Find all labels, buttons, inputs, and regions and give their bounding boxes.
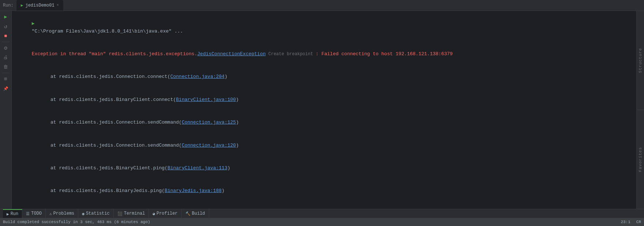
tab-title: jedisDemo01: [25, 3, 54, 8]
terminal-tab-label: Terminal: [124, 211, 145, 216]
command-line: ▶ "C:\Program Files\Java\jdk1.8.0_141\bi…: [15, 12, 633, 43]
favorites-label: Favorites: [638, 147, 643, 172]
tab-close-button[interactable]: ×: [57, 3, 59, 7]
encoding: CR: [636, 220, 641, 224]
build-tab[interactable]: 🔨 Build: [182, 209, 209, 218]
stack-line-1: at redis.clients.jedis.Connection.connec…: [15, 66, 633, 88]
stack-line-5: at redis.clients.jedis.BinaryClient.ping…: [15, 157, 633, 180]
run-tab-label: Run: [11, 211, 19, 216]
tab-icon: ▶: [21, 3, 23, 8]
create-breakpoint-1[interactable]: Create breakpoint: [266, 52, 316, 57]
status-bar: Build completed successfully in 3 sec, 4…: [0, 218, 644, 226]
structure-panel: Structure: [637, 11, 644, 110]
structure-label: Structure: [638, 48, 643, 73]
stop-button[interactable]: ■: [1, 31, 10, 40]
stack-line-3: at redis.clients.jedis.Connection.sendCo…: [15, 111, 633, 134]
exception-line: Exception in thread "main" redis.clients…: [15, 43, 633, 65]
binaryclient-java-113[interactable]: BinaryClient.java:113: [167, 165, 227, 171]
toolbar-separator-1: [2, 42, 10, 42]
run-button[interactable]: ▶: [1, 12, 10, 21]
cursor-position: 23:1: [621, 220, 630, 224]
rerun-button[interactable]: ↺: [1, 22, 10, 31]
run-bottom-tab[interactable]: ▶ Run: [3, 209, 22, 218]
todo-tab[interactable]: ☰ TODO: [22, 209, 46, 218]
run-tab[interactable]: ▶ jedisDemo01 ×: [16, 0, 63, 11]
problems-tab-label: Problems: [53, 211, 75, 216]
settings-button[interactable]: ⚙: [1, 44, 10, 52]
build-icon: 🔨: [185, 211, 191, 216]
clear-button[interactable]: 🗑: [1, 63, 10, 71]
tab-bar: Run: ▶ jedisDemo01 ×: [0, 0, 644, 11]
stack-line-6: at redis.clients.jedis.BinaryJedis.ping(…: [15, 180, 633, 203]
problems-tab[interactable]: ⚠ Problems: [46, 209, 78, 218]
todo-tab-icon: ☰: [26, 211, 30, 216]
connection-java-125[interactable]: Connection.java:125: [182, 120, 236, 125]
connection-java-120[interactable]: Connection.java:120: [182, 143, 236, 148]
layout-button[interactable]: ⊞: [1, 75, 10, 83]
console-output[interactable]: ▶ "C:\Program Files\Java\jdk1.8.0_141\bi…: [12, 11, 636, 209]
binaryclient-java-100[interactable]: BinaryClient.java:100: [176, 97, 236, 102]
terminal-tab[interactable]: ⬛ Terminal: [114, 209, 149, 218]
statistic-icon: ◉: [82, 211, 84, 216]
build-status: Build completed successfully in 3 sec, 4…: [3, 220, 150, 224]
run-label: Run:: [3, 3, 14, 8]
cmd-arrow: ▶: [32, 21, 38, 26]
profiler-tab-label: Profiler: [157, 211, 178, 216]
todo-tab-label: TODO: [31, 211, 42, 216]
right-side-panels: Structure Favorites: [636, 11, 644, 209]
connection-java-204[interactable]: Connection.java:204: [170, 74, 225, 79]
build-tab-label: Build: [192, 211, 205, 216]
favorites-panel: Favorites: [637, 110, 644, 209]
left-toolbar: ▶ ↺ ■ ⚙ 🖨 🗑 ⊞ 📌: [0, 11, 12, 209]
terminal-icon: ⬛: [117, 211, 123, 216]
binaryjedis-java-188[interactable]: BinaryJedis.java:188: [165, 188, 222, 193]
toolbar-separator-2: [2, 73, 10, 73]
statistic-tab-label: Statistic: [86, 211, 110, 216]
stack-line-2: at redis.clients.jedis.BinaryClient.conn…: [15, 88, 633, 111]
profiler-icon: ◕: [152, 211, 155, 216]
statistic-tab[interactable]: ◉ Statistic: [78, 209, 113, 218]
stack-line-4: at redis.clients.jedis.Connection.sendCo…: [15, 134, 633, 157]
problems-icon: ⚠: [49, 211, 52, 216]
print-button[interactable]: 🖨: [1, 53, 10, 62]
main-area: ▶ ↺ ■ ⚙ 🖨 🗑 ⊞ 📌 ▶ "C:\Program Files\Java…: [0, 11, 644, 209]
profiler-tab[interactable]: ◕ Profiler: [149, 209, 181, 218]
jedis-connection-exception-link[interactable]: JedisConnectionException: [197, 51, 265, 57]
status-right: 23:1 CR: [621, 220, 641, 224]
run-tab-icon: ▶: [7, 212, 9, 216]
pin-button[interactable]: 📌: [1, 84, 10, 93]
stack-line-7: at com.example.jedis.jedisDemo01.main(je…: [15, 203, 633, 209]
bottom-tab-bar: ▶ Run ☰ TODO ⚠ Problems ◉ Statistic ⬛ Te…: [0, 209, 644, 218]
